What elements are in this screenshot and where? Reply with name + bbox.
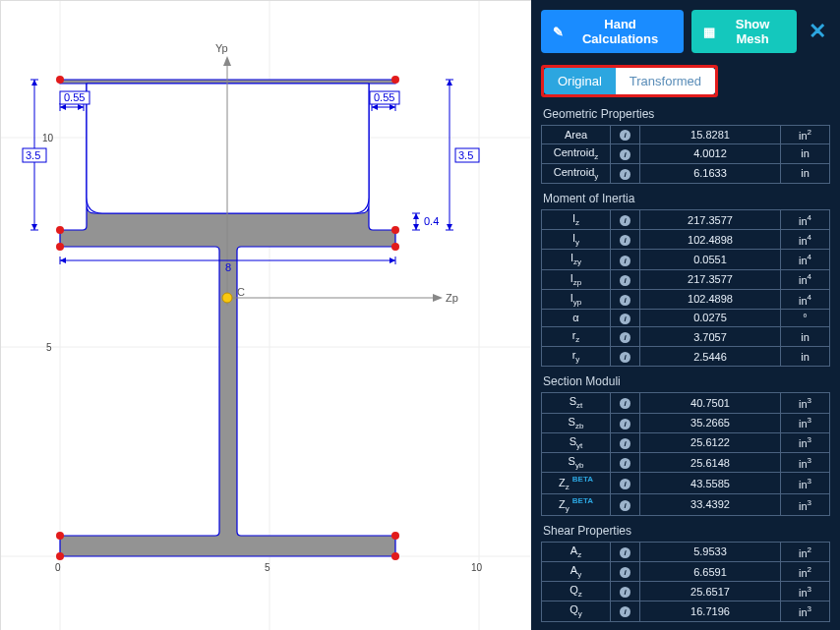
hand-calc-label: Hand Calculations xyxy=(569,17,672,46)
svg-text:0.55: 0.55 xyxy=(64,91,85,103)
tick-x10: 10 xyxy=(471,562,483,573)
info-icon[interactable]: i xyxy=(620,295,630,306)
info-icon[interactable]: i xyxy=(620,500,630,511)
info-icon[interactable]: i xyxy=(620,149,630,160)
svg-point-12 xyxy=(391,76,399,84)
svg-point-18 xyxy=(391,532,399,540)
table-row: Zy BETAi33.4392in3 xyxy=(542,493,830,515)
tick-y10: 10 xyxy=(42,133,54,143)
tab-original[interactable]: Original xyxy=(544,68,616,94)
table-row: Iyi102.4898in4 xyxy=(542,230,830,250)
geometric-title: Geometric Properties xyxy=(543,107,830,121)
shear-title: Shear Properties xyxy=(543,524,830,538)
table-row: Szti40.7501in3 xyxy=(542,393,830,413)
table-row: Izpi217.3577in4 xyxy=(542,269,830,289)
table-row: Centroidzi4.0012in xyxy=(542,143,830,163)
section-canvas[interactable]: 0 5 10 5 10 Yp Zp C 0.55 0.55 xyxy=(0,0,531,630)
close-icon[interactable]: ✕ xyxy=(805,19,830,44)
info-icon[interactable]: i xyxy=(620,352,630,363)
svg-point-19 xyxy=(56,552,64,560)
info-icon[interactable]: i xyxy=(620,215,630,226)
info-icon[interactable]: i xyxy=(620,479,630,489)
properties-panel: ✎ Hand Calculations ▦ Show Mesh ✕ Origin… xyxy=(531,0,840,630)
info-icon[interactable]: i xyxy=(620,606,630,617)
centroid-marker xyxy=(222,293,232,303)
table-row: Areai15.8281in2 xyxy=(542,126,830,144)
svg-point-13 xyxy=(56,226,64,234)
table-row: αi0.0275° xyxy=(542,309,830,326)
svg-point-11 xyxy=(56,76,64,84)
show-mesh-label: Show Mesh xyxy=(720,17,785,46)
table-row: Izi217.3577in4 xyxy=(542,210,830,230)
table-row: Izyi0.0551in4 xyxy=(542,250,830,269)
svg-point-16 xyxy=(391,243,399,251)
svg-point-15 xyxy=(56,243,64,251)
info-icon[interactable]: i xyxy=(620,438,630,449)
table-row: Syti25.6122in3 xyxy=(542,432,830,452)
geometric-table: Areai15.8281in2Centroidzi4.0012inCentroi… xyxy=(541,125,830,184)
tick-x0: 0 xyxy=(55,562,61,573)
info-icon[interactable]: i xyxy=(620,314,630,324)
centroid-label: C xyxy=(237,286,245,298)
svg-text:3.5: 3.5 xyxy=(458,149,473,161)
svg-point-20 xyxy=(391,552,399,560)
pencil-icon: ✎ xyxy=(553,25,564,39)
moduli-table: Szti40.7501in3Szbi35.2665in3Syti25.6122i… xyxy=(541,392,830,515)
svg-text:8: 8 xyxy=(225,261,231,273)
tick-y5: 5 xyxy=(46,342,52,353)
info-icon[interactable]: i xyxy=(620,169,630,180)
info-icon[interactable]: i xyxy=(620,398,630,409)
table-row: Szbi35.2665in3 xyxy=(542,413,830,432)
svg-point-17 xyxy=(56,532,64,540)
table-row: Centroidyi6.1633in xyxy=(542,163,830,183)
moduli-title: Section Moduli xyxy=(543,374,830,388)
tab-transformed[interactable]: Transformed xyxy=(616,68,715,94)
show-mesh-button[interactable]: ▦ Show Mesh xyxy=(691,10,797,53)
info-icon[interactable]: i xyxy=(620,130,630,141)
table-row: ryi2.5446in xyxy=(542,347,830,367)
svg-text:0.55: 0.55 xyxy=(374,91,394,103)
table-row: Qzi25.6517in3 xyxy=(542,582,830,601)
info-icon[interactable]: i xyxy=(620,419,630,430)
table-row: rzi3.7057in xyxy=(542,326,830,346)
tab-group-highlight: Original Transformed xyxy=(541,65,718,97)
grid-icon: ▦ xyxy=(703,25,715,39)
moment-title: Moment of Inertia xyxy=(543,192,830,205)
svg-text:3.5: 3.5 xyxy=(26,149,40,161)
table-row: Zz BETAi43.5585in3 xyxy=(542,473,830,494)
table-row: Azi5.9533in2 xyxy=(542,542,830,561)
info-icon[interactable]: i xyxy=(620,275,630,286)
info-icon[interactable]: i xyxy=(620,332,630,343)
info-icon[interactable]: i xyxy=(620,567,630,578)
hand-calculations-button[interactable]: ✎ Hand Calculations xyxy=(541,10,684,53)
info-icon[interactable]: i xyxy=(620,547,630,558)
info-icon[interactable]: i xyxy=(620,458,630,469)
axis-zp-label: Zp xyxy=(446,292,458,304)
table-row: Ayi6.6591in2 xyxy=(542,561,830,581)
table-row: Iypi102.4898in4 xyxy=(542,289,830,309)
moment-table: Izi217.3577in4Iyi102.4898in4Izyi0.0551in… xyxy=(541,209,830,367)
svg-text:0.4: 0.4 xyxy=(424,215,439,227)
svg-point-14 xyxy=(391,226,399,234)
table-row: Sybi25.6148in3 xyxy=(542,452,830,472)
shear-table: Azi5.9533in2Ayi6.6591in2Qzi25.6517in3Qyi… xyxy=(541,542,830,622)
table-row: Qyi16.7196in3 xyxy=(542,601,830,621)
tick-x5: 5 xyxy=(265,562,270,573)
info-icon[interactable]: i xyxy=(620,256,630,266)
info-icon[interactable]: i xyxy=(620,235,630,246)
axis-yp-label: Yp xyxy=(215,42,228,54)
info-icon[interactable]: i xyxy=(620,587,630,598)
